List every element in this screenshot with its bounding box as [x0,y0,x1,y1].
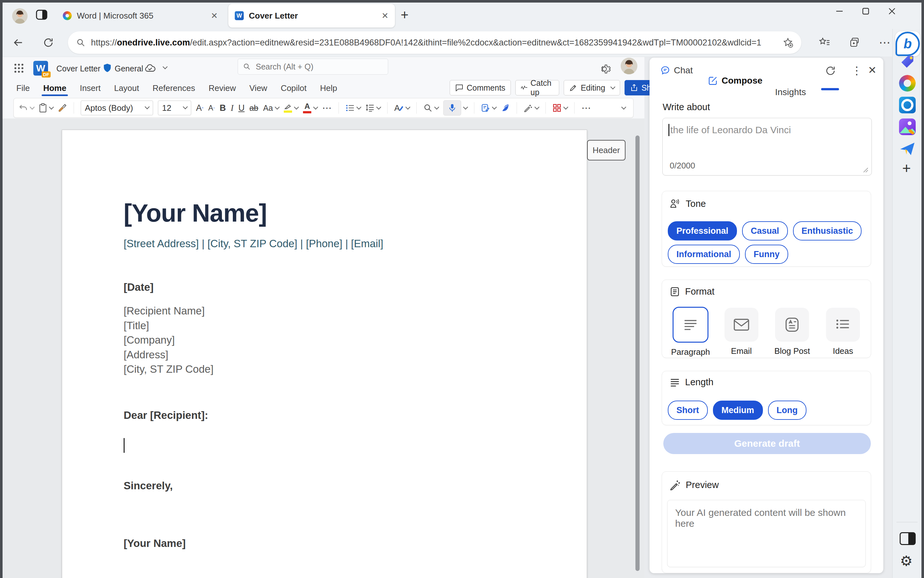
tab-close-icon[interactable]: ✕ [211,11,218,20]
shopping-icon[interactable] [899,54,916,70]
refresh-panel-icon[interactable] [825,65,836,76]
document-title[interactable]: Cover Letter [56,64,101,73]
menu-references[interactable]: References [146,81,202,96]
workspaces-icon[interactable] [36,10,47,20]
format-paragraph[interactable]: Paragraph [666,307,715,357]
editor-button[interactable] [501,104,510,112]
doc-recipient-address[interactable]: [Address] [123,349,168,361]
settings-more-icon[interactable]: ⋯ [879,36,891,49]
search-input[interactable] [255,62,383,72]
tone-professional[interactable]: Professional [668,221,737,240]
text-highlight-button[interactable] [284,103,298,113]
font-name-select[interactable]: Aptos (Body) [81,101,153,115]
tone-casual[interactable]: Casual [742,221,788,240]
designer-button[interactable] [552,104,568,112]
tab-cover-letter[interactable]: W Cover Letter ✕ [228,4,395,28]
doc-recipient-company[interactable]: [Company] [123,334,175,346]
dictate-button[interactable] [443,100,467,115]
autoformat-pen-button[interactable] [524,104,539,112]
doc-closing[interactable]: Sincerely, [123,480,173,492]
font-size-select[interactable]: 12 [158,101,191,115]
menu-layout[interactable]: Layout [107,81,146,96]
minimize-icon[interactable] [835,7,844,15]
doc-signature[interactable]: [Your Name] [123,537,186,549]
italic-button[interactable]: I [231,104,234,112]
shrink-font-button[interactable]: Aˇ [208,104,214,112]
undo-button[interactable] [19,104,34,112]
menu-insert[interactable]: Insert [73,81,107,96]
sensitivity-label[interactable]: General [115,64,143,73]
format-blog-post[interactable]: Blog Post [768,308,816,356]
menu-file[interactable]: File [10,81,37,96]
font-color-button[interactable]: A [303,102,317,114]
copilot-rewrite-button[interactable] [481,104,496,112]
new-tab-button[interactable]: + [401,8,409,22]
panel-more-icon[interactable]: ⋮ [851,64,862,77]
collapse-ribbon-icon[interactable] [621,105,627,110]
change-case-button[interactable]: Aa [263,104,279,112]
format-ideas[interactable]: Ideas [819,308,867,356]
tone-informational[interactable]: Informational [668,245,740,264]
line-spacing-button[interactable] [365,104,380,112]
underline-button[interactable]: U [238,104,245,112]
doc-salutation[interactable]: Dear [Recipient]: [123,409,208,421]
length-short[interactable]: Short [668,401,708,420]
close-window-icon[interactable] [888,7,896,15]
favorites-icon[interactable] [818,37,830,48]
outlook-icon[interactable] [899,97,916,114]
length-long[interactable]: Long [768,401,807,420]
generate-draft-button[interactable]: Generate draft [663,433,871,454]
sidebar-toggle-icon[interactable] [900,532,916,545]
format-painter-button[interactable] [58,104,67,112]
menu-copilot[interactable]: Copilot [274,81,313,96]
image-creator-icon[interactable] [899,119,916,135]
paste-button[interactable] [39,103,53,113]
drop-icon[interactable] [899,140,916,157]
length-medium[interactable]: Medium [713,401,763,420]
catch-up-button[interactable]: Catch up [515,80,559,96]
tab-chat[interactable]: Chat [661,65,883,76]
app-launcher-icon[interactable] [13,63,24,74]
add-sidebar-app-icon[interactable]: + [902,161,911,175]
more-font-options-icon[interactable]: ⋯ [322,103,332,113]
tab-close-icon[interactable]: ✕ [382,11,388,20]
save-status-cloud-icon[interactable] [144,63,156,73]
bullet-list-button[interactable] [346,104,361,112]
tab-insights[interactable]: Insights [775,87,883,97]
maximize-icon[interactable] [862,7,870,15]
resize-handle-icon[interactable] [862,167,868,173]
tab-compose[interactable]: Compose [708,76,883,86]
account-avatar[interactable] [621,58,637,74]
refresh-icon[interactable] [43,37,54,48]
doc-name-heading[interactable]: [Your Name] [123,198,267,228]
url-text[interactable]: https://onedrive.live.com/edit.aspx?acti… [91,38,778,48]
strikethrough-button[interactable]: ab [250,104,258,112]
find-button[interactable] [424,104,438,112]
word-search-box[interactable] [238,58,388,75]
header-region-chip[interactable]: Header [587,140,625,161]
comments-button[interactable]: Comments [450,80,511,96]
browser-profile-avatar[interactable] [12,8,28,24]
close-panel-icon[interactable]: ✕ [868,64,877,76]
tab-word-microsoft-365[interactable]: Word | Microsoft 365 ✕ [57,5,224,27]
tone-enthusiastic[interactable]: Enthusiastic [793,221,862,240]
address-bar[interactable]: https://onedrive.live.com/edit.aspx?acti… [68,31,801,54]
doc-recipient-city[interactable]: [City, ST ZIP Code] [123,363,214,375]
doc-recipient-name[interactable]: [Recipient Name] [123,305,205,317]
editing-mode-button[interactable]: Editing [563,80,620,96]
collections-icon[interactable] [849,37,860,48]
sidebar-settings-gear-icon[interactable]: ⚙ [900,554,913,568]
menu-home[interactable]: Home [37,81,73,96]
word-settings-gear-icon[interactable] [599,63,612,76]
grow-font-button[interactable]: Aˆ [196,104,203,112]
menu-help[interactable]: Help [313,81,344,96]
microsoft-365-icon[interactable] [899,75,916,92]
more-toolbar-options-icon[interactable]: ⋯ [581,103,591,113]
doc-recipient-title[interactable]: [Title] [123,320,149,332]
bing-chat-icon[interactable]: b [895,31,920,56]
back-icon[interactable] [13,37,24,48]
document-page[interactable]: [Your Name] [Street Address] | [City, ST… [62,130,587,578]
doc-date[interactable]: [Date] [123,281,154,293]
styles-button[interactable]: A [394,104,410,112]
tone-funny[interactable]: Funny [745,245,788,264]
